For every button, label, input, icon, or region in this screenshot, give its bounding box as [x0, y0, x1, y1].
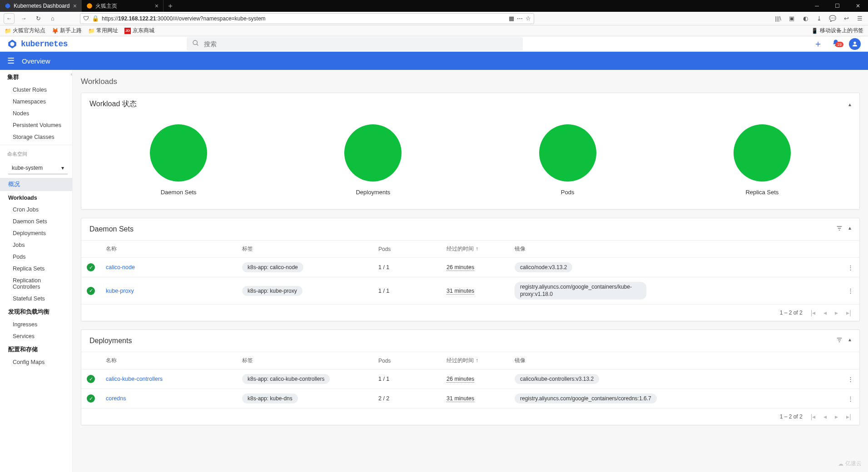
hamburger-icon[interactable]: ☰ — [7, 56, 15, 66]
menu-icon[interactable]: ☰ — [855, 14, 864, 23]
filter-icon[interactable] — [836, 336, 843, 345]
sidebar-item-namespaces[interactable]: Namespaces — [0, 96, 72, 108]
collapse-icon[interactable]: ▴ — [848, 225, 851, 234]
browser-tab-0[interactable]: Kubernetes Dashboard × — [0, 0, 82, 12]
window-maximize-button[interactable]: ☐ — [827, 0, 848, 12]
star-icon[interactable]: ☆ — [526, 15, 531, 22]
sidebar-item-overview[interactable]: 概况 — [0, 178, 72, 191]
last-page-button[interactable]: ▸| — [846, 309, 851, 316]
browser-tab-1[interactable]: 火狐主页 × — [82, 0, 164, 12]
image-chip[interactable]: registry.aliyuncs.com/google_containers/… — [515, 393, 657, 403]
last-page-button[interactable]: ▸| — [846, 413, 851, 420]
sidebar-item-cluster-roles[interactable]: Cluster Roles — [0, 84, 72, 96]
bookmark-item[interactable]: JD京东商城 — [124, 27, 154, 34]
undo-icon[interactable]: ↩ — [842, 14, 851, 23]
bookmark-item[interactable]: 📁火狐官方站点 — [5, 27, 45, 34]
filter-icon[interactable] — [836, 225, 843, 234]
sidebar-item-replicasets[interactable]: Replica Sets — [0, 263, 72, 275]
close-icon[interactable]: × — [155, 2, 159, 10]
label-chip[interactable]: k8s-app: kube-dns — [242, 393, 298, 403]
sidebar-item-storage-classes[interactable]: Storage Classes — [0, 131, 72, 143]
window-minimize-button[interactable]: ─ — [807, 0, 827, 12]
sidebar-item-daemonsets[interactable]: Daemon Sets — [0, 216, 72, 227]
library-icon[interactable]: |||\ — [774, 14, 783, 23]
notifications-button[interactable]: 19 — [832, 39, 840, 49]
window-close-button[interactable]: ✕ — [848, 0, 868, 12]
first-page-button[interactable]: |◂ — [811, 413, 816, 420]
sidebar-item-services[interactable]: Services — [0, 330, 72, 342]
user-menu[interactable] — [849, 38, 861, 50]
prev-page-button[interactable]: ◂ — [823, 413, 827, 420]
search-input[interactable] — [204, 40, 517, 48]
chevron-left-icon[interactable]: ‹ — [71, 72, 72, 77]
svg-point-7 — [853, 41, 856, 44]
sidebar-icon[interactable]: ▣ — [787, 14, 796, 23]
bookmarks-bar: 📁火狐官方站点 🦊新手上路 📁常用网址 JD京东商城 📱移动设备上的书签 — [0, 25, 868, 36]
col-labels[interactable]: 标签 — [237, 352, 373, 369]
image-chip[interactable]: calico/kube-controllers:v3.13.2 — [515, 374, 599, 384]
image-chip[interactable]: registry.aliyuncs.com/google_containers/… — [515, 282, 646, 300]
label-chip[interactable]: k8s-app: calico-node — [242, 262, 303, 272]
col-elapsed[interactable]: 经过的时间↑ — [441, 241, 509, 258]
row-menu-button[interactable]: ⋮ — [841, 389, 859, 408]
col-name[interactable]: 名称 — [100, 241, 237, 258]
back-button[interactable]: ← — [4, 13, 15, 24]
first-page-button[interactable]: |◂ — [811, 309, 816, 316]
next-page-button[interactable]: ▸ — [835, 413, 838, 420]
collapse-icon[interactable]: ▴ — [848, 101, 851, 108]
sidebar-item-jobs[interactable]: Jobs — [0, 239, 72, 251]
col-image[interactable]: 镜像 — [509, 352, 841, 369]
close-icon[interactable]: × — [73, 2, 77, 10]
sidebar-heading-workloads[interactable]: Workloads — [0, 191, 72, 204]
sidebar-item-pods[interactable]: Pods — [0, 251, 72, 263]
create-button[interactable]: ＋ — [813, 38, 823, 50]
bookmark-item[interactable]: 📁常用网址 — [88, 27, 118, 34]
home-button[interactable]: ⌂ — [47, 13, 58, 24]
row-menu-button[interactable]: ⋮ — [841, 277, 859, 305]
sidebar-item-cronjobs[interactable]: Cron Jobs — [0, 204, 72, 216]
chat-icon[interactable]: 💬 — [828, 14, 837, 23]
label-chip[interactable]: k8s-app: calico-kube-controllers — [242, 374, 330, 384]
sidebar-heading-lb[interactable]: 发现和负载均衡 — [0, 305, 72, 319]
sidebar-item-statefulsets[interactable]: Stateful Sets — [0, 293, 72, 305]
shield2-icon[interactable]: ◐ — [801, 14, 810, 23]
reload-button[interactable]: ↻ — [33, 13, 44, 24]
forward-button[interactable]: → — [18, 13, 29, 24]
search-box[interactable] — [187, 37, 523, 51]
sidebar-item-ingresses[interactable]: Ingresses — [0, 319, 72, 330]
col-name[interactable]: 名称 — [100, 352, 237, 369]
col-labels[interactable]: 标签 — [237, 241, 373, 258]
resource-link[interactable]: kube-proxy — [106, 288, 134, 294]
next-page-button[interactable]: ▸ — [835, 309, 838, 316]
col-pods[interactable]: Pods — [373, 352, 441, 369]
label-chip[interactable]: k8s-app: kube-proxy — [242, 286, 303, 296]
download-icon[interactable]: ⤓ — [814, 14, 823, 23]
namespace-selector[interactable]: kube-system ▾ — [8, 162, 68, 174]
resource-link[interactable]: calico-kube-controllers — [106, 376, 163, 382]
image-chip[interactable]: calico/node:v3.13.2 — [515, 262, 572, 272]
qr-icon[interactable]: ▦ — [509, 15, 514, 22]
col-image[interactable]: 镜像 — [509, 241, 841, 258]
row-menu-button[interactable]: ⋮ — [841, 258, 859, 277]
resource-link[interactable]: calico-node — [106, 264, 135, 270]
url-bar[interactable]: 🛡 🔒 https://192.168.122.21:30000/#/overv… — [80, 13, 534, 24]
table-row: ✓ calico-kube-controllers k8s-app: calic… — [81, 369, 859, 389]
mobile-bookmarks[interactable]: 📱移动设备上的书签 — [811, 27, 863, 34]
new-tab-button[interactable]: ＋ — [164, 0, 177, 12]
kubernetes-logo[interactable]: kubernetes — [7, 39, 68, 49]
sidebar-item-persistent-volumes[interactable]: Persistent Volumes — [0, 119, 72, 131]
col-pods[interactable]: Pods — [373, 241, 441, 258]
col-elapsed[interactable]: 经过的时间↑ — [441, 352, 509, 369]
row-menu-button[interactable]: ⋮ — [841, 369, 859, 389]
sidebar-item-deployments[interactable]: Deployments — [0, 227, 72, 239]
bookmark-item[interactable]: 🦊新手上路 — [52, 27, 82, 34]
sidebar-heading-storage[interactable]: 配置和存储 — [0, 342, 72, 356]
pods-cell: 1 / 1 — [373, 277, 441, 305]
resource-link[interactable]: coredns — [106, 395, 126, 402]
sidebar-item-replication-controllers[interactable]: Replication Controllers — [0, 275, 72, 293]
prev-page-button[interactable]: ◂ — [823, 309, 827, 316]
more-icon[interactable]: ⋯ — [517, 15, 523, 22]
collapse-icon[interactable]: ▴ — [848, 336, 851, 345]
sidebar-item-configmaps[interactable]: Config Maps — [0, 356, 72, 368]
sidebar-item-nodes[interactable]: Nodes — [0, 108, 72, 119]
